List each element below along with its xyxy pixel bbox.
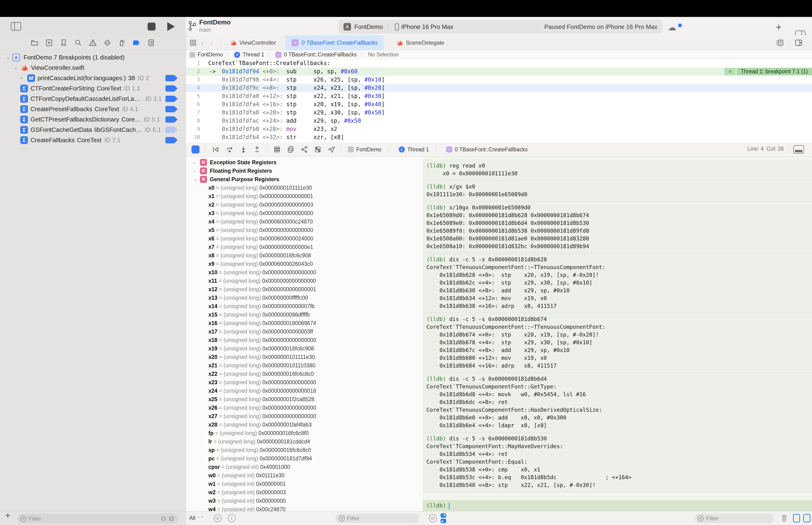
step-out-button[interactable] — [253, 146, 261, 153]
variables-filter-input[interactable] — [347, 515, 416, 522]
register-row[interactable]: x18 = (unsigned long) 0x0000000000000000 — [186, 336, 423, 344]
register-row[interactable]: x3 = (unsigned long) 0x0000000000000000 — [186, 209, 423, 217]
register-group-row[interactable]: ›RException State Registers — [186, 158, 423, 167]
register-row[interactable]: w2 = (unsigned int) 0x00000003 — [186, 488, 423, 497]
console-filter-field[interactable] — [694, 514, 774, 523]
report-icon[interactable] — [147, 39, 155, 47]
diamond-check-icon[interactable] — [103, 39, 111, 47]
filter-checkbox-icon[interactable] — [169, 516, 175, 522]
run-button[interactable] — [167, 22, 175, 31]
console-pane-toggle-icon[interactable] — [803, 514, 810, 522]
forward-chevron-icon[interactable]: › — [210, 39, 213, 46]
register-row[interactable]: w0 = (unsigned int) 0x01111e30 — [186, 471, 423, 480]
breakpoint-navigator-icon[interactable] — [133, 39, 140, 47]
new-tab-button[interactable]: + — [776, 21, 782, 33]
breakpoint-row[interactable]: ›MprintCascadeList(for:languages:)38ID 2 — [0, 73, 186, 83]
badge-grip-icon[interactable]: ≡ — [724, 68, 736, 75]
memory-graph-icon[interactable] — [287, 146, 294, 153]
breakpoint-row[interactable]: ΣCreateFallbacksCoreTextID 7.1 — [0, 135, 186, 145]
debugger-layout-icon[interactable] — [441, 513, 447, 523]
disclosure-closed-icon[interactable]: › — [193, 158, 195, 167]
console-filter-input[interactable] — [706, 515, 771, 522]
line-number[interactable]: 4 — [186, 84, 200, 92]
register-row[interactable]: sp = (unsigned long) 0x000000016fc6c8c0 — [186, 446, 423, 454]
register-row[interactable]: x21 = (unsigned long) 0x0000000101110380 — [186, 361, 423, 370]
scheme-pill[interactable]: A FontDemo 〉 iPhone 16 Pro Max Paused Fo… — [338, 20, 662, 34]
breakpoint-toggle-badge[interactable] — [165, 116, 178, 123]
register-group-row[interactable]: ⌄RGeneral Purpose Registers — [186, 175, 423, 183]
debug-area-toggle-icon[interactable] — [793, 145, 804, 154]
breakpoints-toggle-button[interactable] — [191, 146, 199, 153]
register-row[interactable]: x0 = (unsigned long) 0x0000000101111e30 — [186, 183, 423, 192]
line-number[interactable]: 2 — [186, 68, 200, 76]
folder-icon[interactable] — [31, 39, 39, 47]
debugbar-project[interactable]: FontDemo — [348, 146, 381, 153]
breakpoint-filter-field[interactable] — [17, 514, 178, 524]
filter-breakpoint-icon[interactable] — [161, 516, 167, 522]
jumpbar-project[interactable]: FontDemo — [189, 51, 223, 58]
register-row[interactable]: x1 = (unsigned long) 0x0000000000000001 — [186, 192, 423, 200]
tab-viewcontroller[interactable]: ViewController — [224, 35, 282, 50]
tab-scenedelegate[interactable]: SceneDelegate — [390, 35, 450, 50]
breakpoint-row[interactable]: ΣGSFontCacheGetDatalibGSFontCach…ID 6.1 — [0, 124, 186, 135]
console-eye-icon[interactable] — [429, 514, 437, 522]
register-row[interactable]: x20 = (unsigned long) 0x0000000101111e30 — [186, 353, 423, 361]
breakpoint-row[interactable]: ΣCTFontCopyDefaultCascadeListForLa…ID 3.… — [0, 93, 186, 104]
disclosure-open-icon[interactable]: ⌄ — [6, 52, 10, 62]
register-row[interactable]: x11 = (unsigned long) 0x0000000000000000 — [186, 276, 423, 285]
back-chevron-icon[interactable]: ‹ — [201, 39, 204, 46]
disclosure-closed-icon[interactable]: › — [193, 167, 195, 175]
environment-overrides-icon[interactable] — [314, 146, 322, 153]
variables-pane-toggle-icon[interactable] — [793, 514, 800, 522]
simulate-location-icon[interactable] — [328, 146, 335, 153]
continue-button[interactable] — [212, 146, 219, 153]
register-row[interactable]: lr = (unsigned long) 0x0000000181cddcd4 — [186, 437, 423, 446]
register-row[interactable]: x5 = (unsigned long) 0x0000000000000000 — [186, 226, 423, 234]
register-row[interactable]: x14 = (unsigned long) 0x00000000000007fb — [186, 302, 423, 311]
thread-breakpoint-badge[interactable]: ≡Thread 1: breakpoint 7.1 (1) — [724, 68, 812, 75]
lldb-prompt-row[interactable]: (lldb) — [423, 500, 812, 511]
x-square-icon[interactable] — [45, 39, 53, 47]
related-items-icon[interactable] — [189, 39, 197, 46]
line-number[interactable]: 9 — [186, 125, 200, 133]
register-row[interactable]: x17 = (unsigned long) 0x00000000000003ff — [186, 327, 423, 336]
register-row[interactable]: x6 = (unsigned long) 0x0000600000024000 — [186, 234, 423, 243]
register-row[interactable]: x8 = (unsigned long) 0x000000016fc6c908 — [186, 251, 423, 260]
breakpoint-row[interactable]: ΣCreatePresetFallbacksCoreTextID 4.1 — [0, 104, 186, 114]
tab-createfallbacks[interactable]: 0 TBaseFont::CreateFallbacks — [286, 35, 384, 50]
breakpoint-row[interactable]: ΣGetCTPresetFallbacksDictionaryCore…ID 5… — [0, 114, 186, 124]
register-row[interactable]: x24 = (unsigned long) 0x0000000000000018 — [186, 387, 423, 395]
register-row[interactable]: x22 = (unsigned long) 0x000000016fc6c8c0 — [186, 370, 423, 378]
line-number[interactable]: 7 — [186, 108, 200, 117]
spray-icon[interactable] — [118, 39, 126, 47]
disclosure-closed-icon[interactable]: › — [21, 73, 22, 83]
register-row[interactable]: x10 = (unsigned long) 0x0000000000000000 — [186, 268, 423, 276]
register-row[interactable]: x19 = (unsigned long) 0x000000016fc6c908 — [186, 344, 423, 353]
jumpbar-frame[interactable]: 0 TBaseFont::CreateFallbacks — [275, 51, 357, 58]
register-row[interactable]: x9 = (unsigned long) 0x00006000026043c0 — [186, 260, 423, 268]
register-row[interactable]: x12 = (unsigned long) 0x0000000000000001 — [186, 285, 423, 294]
register-row[interactable]: pc = (unsigned long) 0x0000000181d7df94 — [186, 454, 423, 463]
variables-scope-select[interactable]: All ⌃ — [189, 515, 200, 521]
step-over-button[interactable] — [226, 146, 233, 153]
breakpoint-toggle-badge[interactable] — [165, 75, 178, 81]
add-editor-icon[interactable] — [795, 39, 802, 46]
register-row[interactable]: x23 = (unsigned long) 0x0000000000000000 — [186, 378, 423, 387]
search-icon[interactable] — [74, 39, 82, 47]
editor-options-icon[interactable] — [776, 39, 784, 46]
breakpoint-group-row[interactable]: ⌄AFontDemo 7 Breakpoints (1 disabled) — [0, 52, 186, 62]
breakpoint-toggle-badge[interactable] — [165, 106, 178, 112]
variables-filter-field[interactable] — [335, 514, 419, 523]
disclosure-open-icon[interactable]: ⌄ — [14, 62, 18, 73]
debug-graph-icon[interactable] — [301, 146, 308, 153]
register-row[interactable]: x26 = (unsigned long) 0x0000000000000000 — [186, 404, 423, 412]
view-hierarchy-icon[interactable] — [273, 146, 281, 153]
warning-icon[interactable] — [89, 39, 97, 47]
breakpoint-toggle-badge[interactable] — [165, 96, 178, 102]
line-number[interactable]: 5 — [186, 92, 200, 100]
line-number[interactable]: 3 — [186, 76, 200, 84]
breakpoint-file-row[interactable]: ⌄ViewController.swift — [0, 62, 186, 73]
debugbar-frame[interactable]: 0 TBaseFont::CreateFallbacks — [446, 146, 527, 153]
add-breakpoint-button[interactable]: + — [5, 510, 10, 521]
line-number[interactable]: 6 — [186, 100, 200, 108]
